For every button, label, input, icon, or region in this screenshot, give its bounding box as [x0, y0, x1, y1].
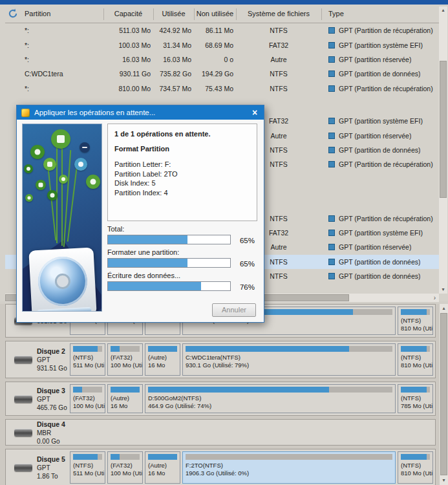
partition-table-row[interactable]: *: 810.00 Mo 734.57 Mo 75.43 Mo NTFS GPT…	[5, 81, 439, 96]
partition-table-row[interactable]: *: 511.03 Mo 424.92 Mo 86.11 Mo NTFS GPT…	[5, 23, 439, 38]
partition-type-icon	[328, 70, 335, 77]
disks-vertical-scrollbar[interactable]: ▴ ▾	[440, 304, 448, 485]
scrollbar-thumb[interactable]	[440, 61, 447, 198]
partition-box[interactable]: F:2TO(NTFS) 1906.3 Go (Utilisé: 0%)	[182, 451, 396, 484]
cell-type-label: GPT (partition réservée)	[339, 132, 411, 140]
partition-box[interactable]: (NTFS) 511 Mo (Uti	[70, 343, 105, 376]
scroll-up-icon[interactable]: ▴	[440, 305, 448, 312]
partition-box[interactable]: (Autre) 16 Mo	[107, 384, 143, 413]
dialog-titlebar[interactable]: Appliquer les opérations en attente... ×	[17, 105, 264, 120]
partition-type-icon	[328, 273, 335, 279]
col-header-capacity[interactable]: Capacité	[103, 10, 153, 17]
partition-box[interactable]: (NTFS) 810 Mo (Uti	[398, 343, 433, 376]
partition-size: 100 Mo (Uti	[111, 469, 140, 477]
disk-info: Disque 5 GPT 1.86 To	[37, 455, 65, 480]
cell-type: GPT (Partition de récupération)	[328, 85, 433, 92]
operations-summary: 1 de 1 opérations en attente.	[114, 130, 250, 138]
col-header-type[interactable]: Type	[328, 10, 344, 17]
cell-type: GPT (partition système EFI)	[328, 229, 423, 237]
cell-type: GPT (Partition de récupération)	[328, 215, 433, 222]
partition-type-icon	[328, 118, 335, 124]
scroll-up-icon[interactable]: ▴	[439, 6, 447, 14]
disk-partitions: (NTFS) 511 Mo (Uti (FAT32) 100 Mo (Uti (…	[70, 343, 433, 376]
scroll-down-icon[interactable]: ▾	[439, 286, 447, 294]
partition-usage-bar	[186, 346, 392, 352]
partition-size: 810 Mo (Uti	[401, 469, 430, 477]
partition-box[interactable]: (NTFS) 810 Mo (Uti	[398, 307, 433, 335]
col-header-partition[interactable]: Partition	[25, 10, 50, 17]
scroll-down-icon[interactable]: ▾	[440, 477, 448, 484]
partition-size: 810 Mo (Uti	[401, 325, 430, 332]
partition-label: (NTFS)	[401, 462, 430, 469]
cell-unused: 86.11 Mo	[194, 27, 233, 34]
close-icon[interactable]: ×	[246, 105, 264, 120]
disk-panel[interactable]: Disque 2 GPT 931.51 Go (NTFS) 511 Mo (Ut…	[5, 341, 436, 378]
header-divider	[153, 8, 154, 20]
scrollbar-thumb[interactable]	[440, 313, 447, 475]
partition-type-icon	[328, 244, 335, 250]
partition-size: 100 Mo (Uti	[73, 402, 102, 410]
cell-type-label: GPT (partition système EFI)	[339, 229, 423, 237]
partition-type-icon	[328, 161, 335, 167]
disk-name: Disque 2	[37, 347, 67, 356]
partition-type-icon	[328, 215, 335, 222]
partition-box[interactable]: (NTFS) 810 Mo (Uti	[398, 451, 433, 484]
cell-used: 735.82 Go	[153, 70, 191, 78]
cell-type: GPT (partition réservée)	[328, 56, 411, 63]
cell-type-label: GPT (partition système EFI)	[339, 117, 423, 125]
partition-box[interactable]: (NTFS) 785 Mo (Uti	[398, 384, 433, 413]
partition-label: (FAT32)	[111, 354, 140, 361]
disk-partition-style: GPT	[37, 356, 67, 364]
disk-size: 465.76 Go	[37, 403, 67, 411]
partition-usage-bar	[401, 346, 430, 352]
top-accent-bar	[0, 0, 448, 5]
partition-box[interactable]: D:500GoM2(NTFS) 464.9 Go (Utilisé: 74%)	[145, 384, 396, 413]
partition-usage-bar	[148, 454, 177, 460]
cell-filesystem: Autre	[236, 56, 321, 63]
cell-partition: C:WDC1tera	[25, 70, 101, 78]
disk-panel[interactable]: Disque 5 GPT 1.86 To (NTFS) 511 Mo (Uti …	[5, 449, 436, 485]
partition-box[interactable]: (FAT32) 100 Mo (Uti	[107, 451, 143, 484]
disk-name: Disque 4	[37, 420, 65, 428]
cell-type: GPT (Partition de récupération)	[328, 160, 433, 168]
disk-panel[interactable]: Disque 3 GPT 465.76 Go (FAT32) 100 Mo (U…	[5, 382, 436, 416]
disk-panel[interactable]: Disque 4 MBR 0.00 Go	[5, 419, 436, 446]
partition-box[interactable]: (NTFS) 511 Mo (Uti	[70, 451, 105, 484]
apply-operations-dialog: Appliquer les opérations en attente... ×	[16, 105, 264, 323]
partition-box[interactable]: (Autre) 16 Mo	[145, 451, 180, 484]
col-header-unused[interactable]: Non utilisée	[194, 10, 236, 17]
partition-size: 930.1 Go (Utilisé: 79%)	[186, 361, 392, 369]
partition-box[interactable]: (FAT32) 100 Mo (Uti	[70, 384, 105, 413]
cell-partition: *:	[25, 56, 101, 63]
partition-label: (FAT32)	[73, 394, 102, 402]
cell-filesystem: NTFS	[236, 85, 321, 92]
partition-table-row[interactable]: *: 100.03 Mo 31.34 Mo 68.69 Mo FAT32 GPT…	[5, 38, 439, 52]
scroll-right-icon[interactable]: ›	[431, 294, 439, 302]
col-header-filesystem[interactable]: Système de fichiers	[236, 10, 321, 17]
partition-box[interactable]: (FAT32) 100 Mo (Uti	[107, 343, 143, 376]
partition-box[interactable]: C:WDC1tera(NTFS) 930.1 Go (Utilisé: 79%)	[182, 343, 396, 376]
detail-partition-index: Partition Index: 4	[114, 188, 250, 198]
partition-box[interactable]: (Autre) 16 Mo	[145, 343, 180, 376]
cell-type-label: GPT (Partition de récupération)	[339, 215, 433, 222]
partition-table-row[interactable]: C:WDC1tera 930.11 Go 735.82 Go 194.29 Go…	[5, 67, 439, 81]
table-vertical-scrollbar[interactable]: ▴ ▾	[439, 6, 447, 294]
refresh-icon[interactable]	[8, 8, 18, 19]
partition-size: 464.9 Go (Utilisé: 74%)	[148, 402, 392, 410]
col-header-used[interactable]: Utilisée	[153, 10, 194, 17]
cell-type: GPT (partition de données)	[328, 70, 420, 78]
partition-size: 511 Mo (Uti	[73, 361, 102, 369]
cell-type: GPT (Partition de récupération)	[328, 27, 433, 34]
cell-type: GPT (partition système EFI)	[328, 117, 423, 125]
partition-label: (Autre)	[111, 394, 140, 402]
partition-label: C:WDC1tera(NTFS)	[186, 354, 392, 361]
cell-unused: 0 o	[194, 56, 233, 63]
partition-table-row[interactable]: *: 16.03 Mo 16.03 Mo 0 o Autre GPT (part…	[5, 52, 439, 67]
cell-type-label: GPT (partition de données)	[339, 146, 420, 154]
partition-label: (Autre)	[148, 354, 177, 361]
hard-disk-icon	[14, 464, 32, 471]
cancel-button[interactable]: Annuler	[212, 303, 256, 317]
cell-unused: 75.43 Mo	[194, 85, 233, 92]
cell-used: 424.92 Mo	[153, 27, 191, 34]
partition-type-icon	[328, 259, 335, 265]
